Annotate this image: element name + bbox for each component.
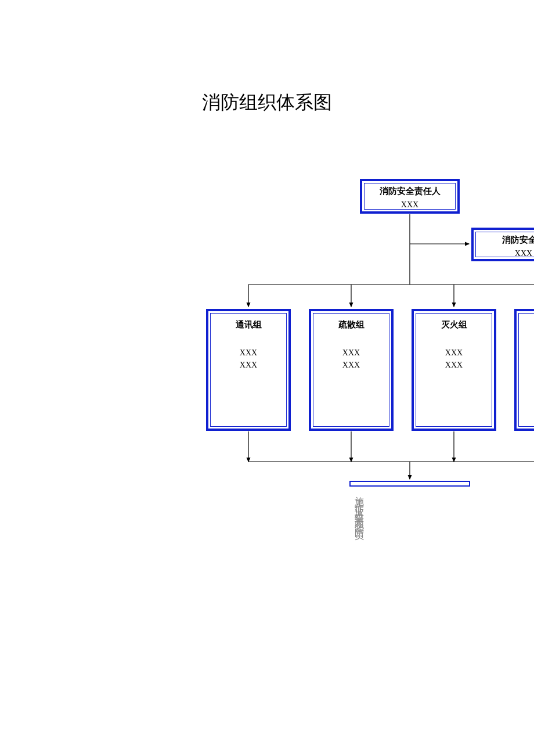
member-line: XXX: [208, 359, 288, 371]
box-group-communication: 通讯组 XXX XXX: [206, 309, 291, 431]
box-responsible-person: 消防安全责任人 XXX: [360, 179, 460, 214]
member-line: XXX: [414, 347, 494, 359]
label-group-communication: 通讯组: [208, 319, 288, 330]
label-responsible-person: 消防安全责任人: [380, 186, 441, 197]
member-line: XXX: [311, 359, 391, 371]
box-group-extra: [514, 309, 534, 431]
label-construction-team-firefighter: 施工作业班组兼职消防员: [353, 489, 365, 527]
box-bottom-team: [349, 481, 470, 487]
label-group-evacuation: 疏散组: [311, 319, 391, 330]
member-line: XXX: [208, 347, 288, 359]
members-group-evacuation: XXX XXX: [311, 347, 391, 371]
member-line: XXX: [311, 347, 391, 359]
members-group-communication: XXX XXX: [208, 347, 288, 371]
box-group-firefighting: 灭火组 XXX XXX: [412, 309, 496, 431]
member-line: XXX: [414, 359, 494, 371]
label-group-firefighting: 灭火组: [414, 319, 494, 330]
page-title: 消防组织体系图: [0, 90, 534, 116]
label-safety-manager: 消防安全管: [502, 235, 535, 246]
name-responsible-person: XXX: [401, 199, 418, 211]
box-safety-manager: 消防安全管 XXX: [471, 228, 534, 261]
name-safety-manager: XXX: [515, 248, 532, 260]
members-group-firefighting: XXX XXX: [414, 347, 494, 371]
box-group-evacuation: 疏散组 XXX XXX: [309, 309, 394, 431]
